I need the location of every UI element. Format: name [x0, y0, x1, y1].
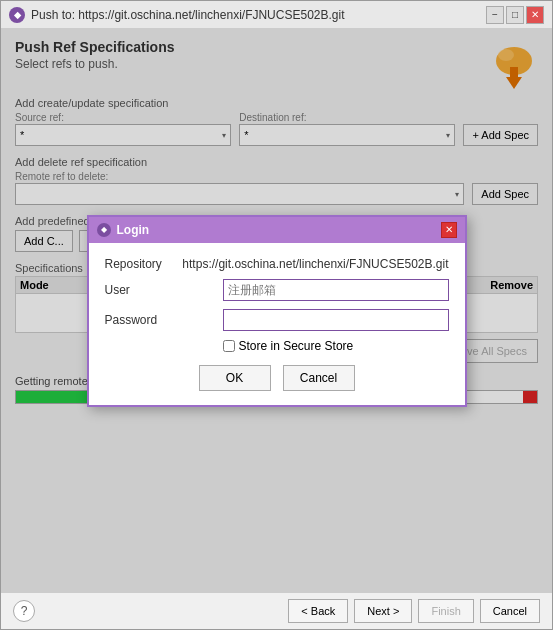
dialog-overlay: ◆ Login ✕ Repository https://git.oschina…: [1, 29, 552, 592]
window-controls: − □ ✕: [486, 6, 544, 24]
dialog-title-left: ◆ Login: [97, 223, 150, 237]
close-button[interactable]: ✕: [526, 6, 544, 24]
dialog-cancel-button[interactable]: Cancel: [283, 365, 355, 391]
store-checkbox-label: Store in Secure Store: [239, 339, 354, 353]
content-area: Push Ref Specifications Select refs to p…: [1, 29, 552, 592]
footer-nav: ? < Back Next > Finish Cancel: [1, 592, 552, 629]
help-button[interactable]: ?: [13, 600, 35, 622]
main-window: ◆ Push to: https://git.oschina.net/linch…: [0, 0, 553, 630]
store-checkbox-row: Store in Secure Store: [223, 339, 354, 353]
title-bar: ◆ Push to: https://git.oschina.net/linch…: [1, 1, 552, 29]
user-input[interactable]: [223, 279, 449, 301]
back-button[interactable]: < Back: [288, 599, 348, 623]
repository-row: Repository https://git.oschina.net/linch…: [105, 257, 449, 271]
repository-label: Repository: [105, 257, 175, 271]
dialog-body: Repository https://git.oschina.net/linch…: [89, 243, 465, 405]
ok-button[interactable]: OK: [199, 365, 271, 391]
cancel-button[interactable]: Cancel: [480, 599, 540, 623]
maximize-button[interactable]: □: [506, 6, 524, 24]
finish-button[interactable]: Finish: [418, 599, 473, 623]
next-button[interactable]: Next >: [354, 599, 412, 623]
user-label: User: [105, 283, 215, 297]
dialog-titlebar: ◆ Login ✕: [89, 217, 465, 243]
password-row: Password: [105, 309, 449, 331]
store-checkbox[interactable]: [223, 340, 235, 352]
app-icon: ◆: [9, 7, 25, 23]
dialog-title: Login: [117, 223, 150, 237]
login-dialog: ◆ Login ✕ Repository https://git.oschina…: [87, 215, 467, 407]
dialog-footer: OK Cancel: [105, 365, 449, 391]
user-row: User: [105, 279, 449, 301]
store-row: Store in Secure Store: [105, 339, 449, 353]
minimize-button[interactable]: −: [486, 6, 504, 24]
repository-value: https://git.oschina.net/linchenxi/FJNUCS…: [182, 257, 448, 271]
dialog-close-button[interactable]: ✕: [441, 222, 457, 238]
password-input[interactable]: [223, 309, 449, 331]
password-label: Password: [105, 313, 215, 327]
dialog-icon: ◆: [97, 223, 111, 237]
window-title: Push to: https://git.oschina.net/linchen…: [31, 8, 480, 22]
